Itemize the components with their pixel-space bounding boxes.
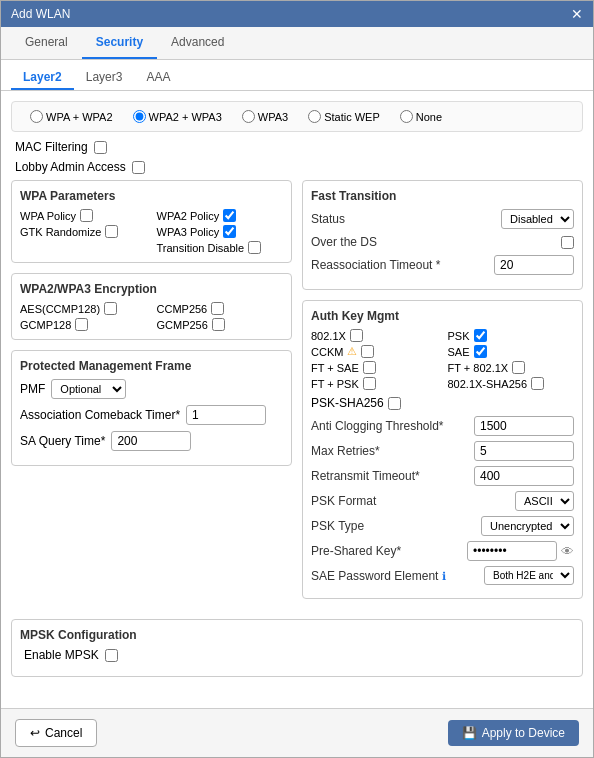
auth-ft-8021x-checkbox[interactable] (512, 361, 525, 374)
gtk-checkbox[interactable] (105, 225, 118, 238)
option-static-wep[interactable]: Static WEP (300, 110, 388, 123)
sa-query-row: SA Query Time* (20, 431, 283, 451)
aes-item: AES(CCMP128) (20, 302, 147, 315)
enc-grid: AES(CCMP128) CCMP256 GCMP128 GCMP25 (20, 302, 283, 331)
sa-query-input[interactable] (111, 431, 191, 451)
fast-transition-title: Fast Transition (311, 189, 574, 203)
sae-password-row: SAE Password Element ℹ Both H2E and... H… (311, 566, 574, 585)
gcmp128-checkbox[interactable] (75, 318, 88, 331)
eye-icon[interactable]: 👁 (561, 544, 574, 559)
ft-status-label: Status (311, 212, 345, 226)
apply-button[interactable]: 💾 Apply to Device (448, 720, 579, 746)
auth-8021x-sha-item: 802.1X-SHA256 (448, 377, 575, 390)
assoc-comeback-row: Association Comeback Timer* (20, 405, 283, 425)
option-wpa-wpa2[interactable]: WPA + WPA2 (22, 110, 121, 123)
auth-ft-psk-checkbox[interactable] (363, 377, 376, 390)
auth-ft-sae-item: FT + SAE (311, 361, 438, 374)
ft-reassoc-row: Reassociation Timeout * (311, 255, 574, 275)
auth-8021x-checkbox[interactable] (350, 329, 363, 342)
max-retries-label: Max Retries* (311, 444, 474, 458)
wpa3-policy-item: WPA3 Policy (157, 225, 284, 238)
ccmp256-item: CCMP256 (157, 302, 284, 315)
pre-shared-row: Pre-Shared Key* 👁 (311, 541, 574, 561)
info-icon[interactable]: ℹ (442, 570, 446, 582)
subtab-layer3[interactable]: Layer3 (74, 66, 135, 90)
wpa3-policy-checkbox[interactable] (223, 225, 236, 238)
gcmp256-item: GCMP256 (157, 318, 284, 331)
auth-sae-checkbox[interactable] (474, 345, 487, 358)
sae-password-label: SAE Password Element ℹ (311, 569, 484, 583)
tab-security[interactable]: Security (82, 27, 157, 59)
lobby-admin-checkbox[interactable] (132, 161, 145, 174)
auth-cckm-checkbox[interactable] (361, 345, 374, 358)
ccmp256-checkbox[interactable] (211, 302, 224, 315)
wpa2-policy-checkbox[interactable] (223, 209, 236, 222)
ft-overds-label: Over the DS (311, 235, 377, 249)
option-none[interactable]: None (392, 110, 450, 123)
mpsk-enable-row: Enable MPSK (20, 648, 574, 662)
window-title: Add WLAN (11, 7, 70, 21)
auth-psk-label: PSK (448, 330, 470, 342)
mac-filtering-label: MAC Filtering (15, 140, 88, 154)
ccmp256-label: CCMP256 (157, 303, 208, 315)
anti-clogging-label: Anti Clogging Threshold* (311, 419, 474, 433)
aes-checkbox[interactable] (104, 302, 117, 315)
tab-advanced[interactable]: Advanced (157, 27, 238, 59)
auth-psk-checkbox[interactable] (474, 329, 487, 342)
wpa-policy-checkbox[interactable] (80, 209, 93, 222)
pmf-select[interactable]: Optional Required Disabled (51, 379, 126, 399)
tab-general[interactable]: General (11, 27, 82, 59)
ft-overds-checkbox[interactable] (561, 236, 574, 249)
gcmp128-item: GCMP128 (20, 318, 147, 331)
gcmp256-checkbox[interactable] (212, 318, 225, 331)
gcmp256-label: GCMP256 (157, 319, 208, 331)
close-button[interactable]: ✕ (571, 7, 583, 21)
top-tabs: General Security Advanced (1, 27, 593, 60)
wpa-policy-grid: WPA Policy WPA2 Policy GTK Randomize (20, 209, 283, 254)
main-window: Add WLAN ✕ General Security Advanced Lay… (0, 0, 594, 758)
psk-format-select[interactable]: ASCII HEX (515, 491, 574, 511)
retransmit-row: Retransmit Timeout* (311, 466, 574, 486)
auth-8021x-sha-checkbox[interactable] (531, 377, 544, 390)
cancel-button[interactable]: ↩ Cancel (15, 719, 97, 747)
mpsk-enable-label: Enable MPSK (24, 648, 99, 662)
option-wpa3[interactable]: WPA3 (234, 110, 296, 123)
security-options-row: WPA + WPA2 WPA2 + WPA3 WPA3 Static WEP N… (11, 101, 583, 132)
pmf-title: Protected Management Frame (20, 359, 283, 373)
mac-filtering-checkbox[interactable] (94, 141, 107, 154)
auth-cckm-label: CCKM (311, 346, 343, 358)
mpsk-enable-checkbox[interactable] (105, 649, 118, 662)
psk-type-select[interactable]: Unencrypted Encrypted (481, 516, 574, 536)
anti-clogging-input[interactable] (474, 416, 574, 436)
ft-reassoc-label: Reassociation Timeout * (311, 258, 440, 272)
pre-shared-input[interactable] (467, 541, 557, 561)
auth-ft-sae-label: FT + SAE (311, 362, 359, 374)
transition-item: Transition Disable (157, 241, 284, 254)
title-bar: Add WLAN ✕ (1, 1, 593, 27)
lobby-admin-row: Lobby Admin Access (11, 160, 583, 174)
gtk-label: GTK Randomize (20, 226, 101, 238)
psk-sha256-label: PSK-SHA256 (311, 396, 384, 410)
transition-checkbox[interactable] (248, 241, 261, 254)
psk-type-label: PSK Type (311, 519, 481, 533)
footer-bar: ↩ Cancel 💾 Apply to Device (1, 708, 593, 757)
sub-tabs: Layer2 Layer3 AAA (1, 60, 593, 91)
right-column: Fast Transition Status Disabled Enabled … (302, 180, 583, 609)
auth-ft-sae-checkbox[interactable] (363, 361, 376, 374)
sae-password-select[interactable]: Both H2E and... H2E Only HnP Only (484, 566, 574, 585)
ft-status-select[interactable]: Disabled Enabled (501, 209, 574, 229)
ft-reassoc-input[interactable] (494, 255, 574, 275)
ft-status-row: Status Disabled Enabled (311, 209, 574, 229)
option-wpa2-wpa3[interactable]: WPA2 + WPA3 (125, 110, 230, 123)
subtab-aaa[interactable]: AAA (134, 66, 182, 90)
psk-sha256-checkbox[interactable] (388, 397, 401, 410)
retransmit-input[interactable] (474, 466, 574, 486)
pmf-section: Protected Management Frame PMF Optional … (11, 350, 292, 466)
assoc-comeback-input[interactable] (186, 405, 266, 425)
max-retries-input[interactable] (474, 441, 574, 461)
psk-sha256-row: PSK-SHA256 (311, 396, 574, 410)
auth-cckm-item: CCKM ⚠ (311, 345, 438, 358)
psk-format-label: PSK Format (311, 494, 515, 508)
subtab-layer2[interactable]: Layer2 (11, 66, 74, 90)
pmf-label: PMF (20, 382, 45, 396)
